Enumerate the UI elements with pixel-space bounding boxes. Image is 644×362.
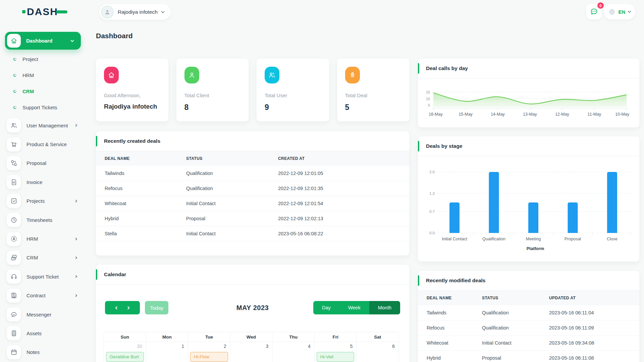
messages-button[interactable]: 0 bbox=[586, 4, 602, 19]
table-cell: Refocus bbox=[96, 186, 177, 191]
sidebar-item-projects[interactable]: Projects bbox=[0, 192, 87, 210]
table-cell: 2022-12-09 12:01:54 bbox=[269, 201, 409, 206]
svg-text:11-May: 11-May bbox=[588, 112, 602, 117]
accent-bar bbox=[96, 136, 97, 146]
cart-icon bbox=[10, 141, 17, 148]
company-selector[interactable]: Rajodiya infotech bbox=[99, 4, 171, 20]
calendar-day-cell[interactable]: 2Hi-Flow bbox=[188, 342, 230, 362]
calendar-day-cell[interactable]: 6 bbox=[356, 342, 399, 362]
sidebar-item-crm[interactable]: CRM bbox=[0, 248, 87, 267]
sidebar-item-user-management[interactable]: User Management bbox=[0, 116, 87, 135]
svg-text:Close: Close bbox=[607, 237, 618, 241]
calendar-day-cell[interactable]: 1 bbox=[146, 342, 189, 362]
stats-row: Good Afternoon,Rajodiya infotechTotal Cl… bbox=[96, 59, 409, 121]
column-header: DEAL NAME bbox=[418, 296, 473, 300]
calendar-view-day-button[interactable]: Day bbox=[313, 301, 339, 314]
sidebar-item-support-ticket[interactable]: Support Ticket bbox=[0, 267, 87, 286]
bar bbox=[528, 202, 538, 233]
sidebar-sub-item-support-tickets[interactable]: Support Tickets bbox=[0, 99, 87, 115]
icon-box bbox=[7, 194, 21, 208]
sidebar-item-product-service[interactable]: Product & Service bbox=[0, 135, 87, 154]
calendar-day-cell[interactable]: 5Hi-Veil bbox=[314, 342, 357, 362]
weekday-header: Mon bbox=[146, 332, 189, 342]
svg-text:0.7: 0.7 bbox=[429, 209, 435, 214]
deal-calls-card: Deal calls by day 1510516-May15-May14-Ma… bbox=[418, 59, 639, 127]
stat-label: Total Client bbox=[184, 93, 241, 98]
svg-text:Platform: Platform bbox=[527, 246, 544, 251]
recently-created-deals-table: DEAL NAMESTATUSCREATED ATTailwindsQualif… bbox=[96, 151, 409, 241]
chevron-right-icon[interactable] bbox=[126, 306, 130, 309]
sidebar-item-proposal[interactable]: Proposal bbox=[0, 154, 87, 173]
sidebar-item-hrm[interactable]: HRM bbox=[0, 229, 87, 248]
chevron-left-icon[interactable] bbox=[115, 306, 119, 309]
calendar-prev-next-buttons[interactable] bbox=[105, 301, 140, 314]
sidebar-sub-item-project[interactable]: Project bbox=[0, 51, 87, 67]
table-row: TailwindsQualification2022-12-09 12:01:0… bbox=[96, 166, 409, 181]
stat-label: Good Afternoon, bbox=[104, 93, 160, 98]
svg-text:0.0: 0.0 bbox=[429, 231, 435, 235]
today-button[interactable]: Today bbox=[145, 301, 168, 314]
sidebar-item-invoice[interactable]: Invoice bbox=[0, 173, 87, 191]
sidebar-item-label: Messenger bbox=[26, 312, 51, 317]
person-icon bbox=[104, 9, 111, 15]
icon-box bbox=[7, 251, 21, 265]
table-row: WhitecoatInitial Contact2023-05-16 09:34… bbox=[418, 336, 639, 351]
table-cell: Hybrid bbox=[96, 216, 177, 221]
bullet-icon bbox=[13, 73, 17, 77]
calendar-toolbar: MAY 2023 Today DayWeekMonth bbox=[105, 301, 400, 314]
day-number: 6 bbox=[392, 344, 395, 349]
accent-bar bbox=[418, 275, 419, 286]
svg-text:Meeting: Meeting bbox=[526, 237, 541, 241]
language-selector[interactable]: EN bbox=[604, 4, 635, 19]
calendar-event[interactable]: Hi-Flow bbox=[190, 352, 228, 362]
invoice-icon bbox=[10, 179, 17, 186]
sidebar-item-label: CRM bbox=[26, 255, 38, 260]
svg-text:5: 5 bbox=[428, 103, 430, 107]
sidebar-item-label: Contract bbox=[26, 293, 46, 298]
home-icon bbox=[7, 34, 21, 48]
sidebar-item-assets[interactable]: Assets bbox=[0, 324, 87, 343]
stat-value: Rajodiya infotech bbox=[104, 103, 160, 110]
calendar-event[interactable]: Hi-Veil bbox=[317, 352, 355, 362]
table-row: TailwindsQualification2023-05-16 06:11:0… bbox=[418, 305, 639, 320]
calendar-view-week-button[interactable]: Week bbox=[339, 301, 369, 314]
chevron-right-icon bbox=[74, 294, 77, 297]
card-title: Recently modified deals bbox=[426, 278, 485, 284]
calendar-event[interactable]: Geraldine Burt bbox=[106, 352, 144, 362]
sidebar-item-contract[interactable]: Contract bbox=[0, 286, 87, 305]
svg-text:13-May: 13-May bbox=[523, 112, 537, 117]
column-header: STATUS bbox=[177, 156, 269, 161]
chevron-right-icon bbox=[74, 275, 77, 278]
svg-text:15-May: 15-May bbox=[459, 112, 473, 117]
sidebar-sub-item-hrm[interactable]: HRM bbox=[0, 67, 87, 83]
calendar-view-month-button[interactable]: Month bbox=[369, 301, 400, 314]
icon-box bbox=[7, 269, 21, 284]
icon-box bbox=[7, 345, 21, 359]
day-number: 5 bbox=[350, 344, 353, 349]
sidebar-item-timesheets[interactable]: Timesheets bbox=[0, 210, 87, 229]
calendar-day-cell[interactable]: 4 bbox=[272, 342, 315, 362]
table-cell: Tailwinds bbox=[96, 171, 177, 176]
sidebar-item-messenger[interactable]: Messenger bbox=[0, 305, 87, 324]
divider bbox=[418, 156, 639, 156]
calendar-day-cell[interactable]: 3 bbox=[230, 342, 273, 362]
chevron-right-icon bbox=[74, 256, 77, 259]
sidebar-sub-item-crm[interactable]: CRM bbox=[0, 83, 87, 99]
table-row: RefocusQualification2022-12-09 12:01:35 bbox=[96, 181, 409, 196]
day-number: 3 bbox=[266, 344, 268, 349]
sidebar-sub-menu: ProjectHRMCRMSupport Tickets bbox=[0, 51, 87, 115]
stat-card-total-client: Total Client8 bbox=[176, 59, 249, 121]
table-cell: Initial Contact bbox=[177, 201, 269, 206]
svg-text:Proposal: Proposal bbox=[565, 237, 581, 241]
chevron-right-icon bbox=[74, 237, 77, 240]
card-header: Recently modified deals bbox=[418, 271, 639, 290]
table-cell: Qualification bbox=[177, 171, 269, 176]
icon-box bbox=[7, 156, 21, 170]
sidebar-item-label: Support Tickets bbox=[22, 105, 57, 110]
calendar-date-row: 30Geraldine Burt12Hi-Flow345Hi-Veil6 bbox=[104, 342, 401, 362]
sidebar-item-label: User Management bbox=[26, 123, 68, 128]
calendar-day-cell[interactable]: 30Geraldine Burt bbox=[104, 342, 146, 362]
sidebar-item-dashboard[interactable]: Dashboard bbox=[5, 32, 81, 50]
sidebar-item-notes[interactable]: Notes bbox=[0, 343, 87, 362]
column-header: STATUS bbox=[473, 296, 540, 300]
